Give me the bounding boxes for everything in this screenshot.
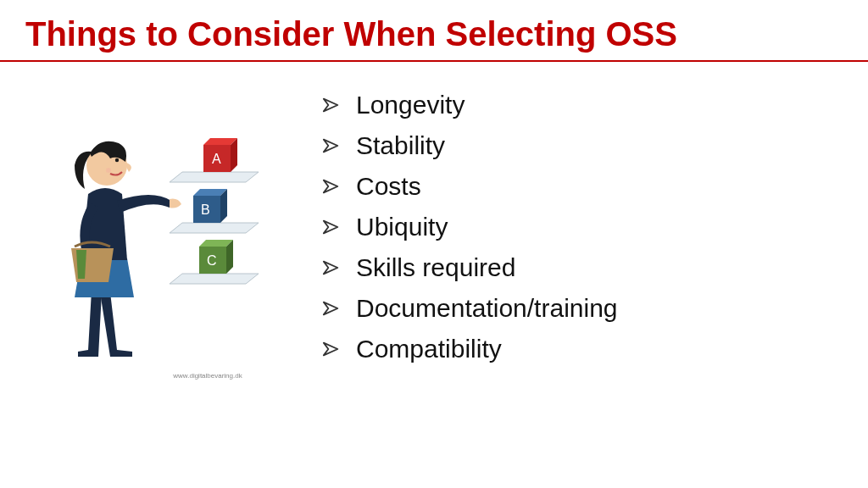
svg-text:B: B [201,202,210,217]
arrowhead-bullet-icon [322,136,341,155]
svg-point-19 [115,158,119,162]
person-choosing-blocks-icon: A B C [25,113,280,367]
bullet-text: Stability [356,131,445,160]
person-icon [71,141,181,357]
block-a-icon: A [203,138,237,172]
bullet-text: Skills required [356,253,515,282]
list-item: Longevity [322,91,868,119]
svg-marker-0 [170,172,259,182]
list-item: Documentation/training [322,294,868,323]
list-item: Skills required [322,253,868,282]
svg-marker-1 [170,223,259,233]
bullet-text: Compatibility [356,335,502,363]
slide-title: Things to Consider When Selecting OSS [0,0,868,60]
svg-text:C: C [207,253,217,268]
svg-point-20 [106,168,111,173]
arrowhead-bullet-icon [322,96,341,114]
illustration: A B C [0,87,305,380]
list-item: Ubiquity [322,213,868,241]
bullet-text: Documentation/training [356,294,618,323]
svg-text:A: A [212,152,221,166]
arrowhead-bullet-icon [322,340,341,358]
svg-marker-17 [76,250,86,279]
bullet-text: Ubiquity [356,213,448,241]
bullet-text: Longevity [356,91,465,119]
bullet-list: Longevity Stability Costs Ubiquity Skill… [305,87,868,375]
block-b-icon: B [193,189,227,223]
arrowhead-bullet-icon [322,258,341,277]
arrowhead-bullet-icon [322,299,341,318]
svg-marker-2 [170,274,259,284]
image-credit: www.digitalbevaring.dk [173,372,242,380]
arrowhead-bullet-icon [322,218,341,236]
list-item: Compatibility [322,335,868,363]
content-area: A B C [0,62,868,380]
list-item: Stability [322,131,868,160]
list-item: Costs [322,172,868,201]
slide: Things to Consider When Selecting OSS A [0,0,868,488]
arrowhead-bullet-icon [322,177,341,196]
block-c-icon: C [199,240,233,274]
bullet-text: Costs [356,172,421,201]
